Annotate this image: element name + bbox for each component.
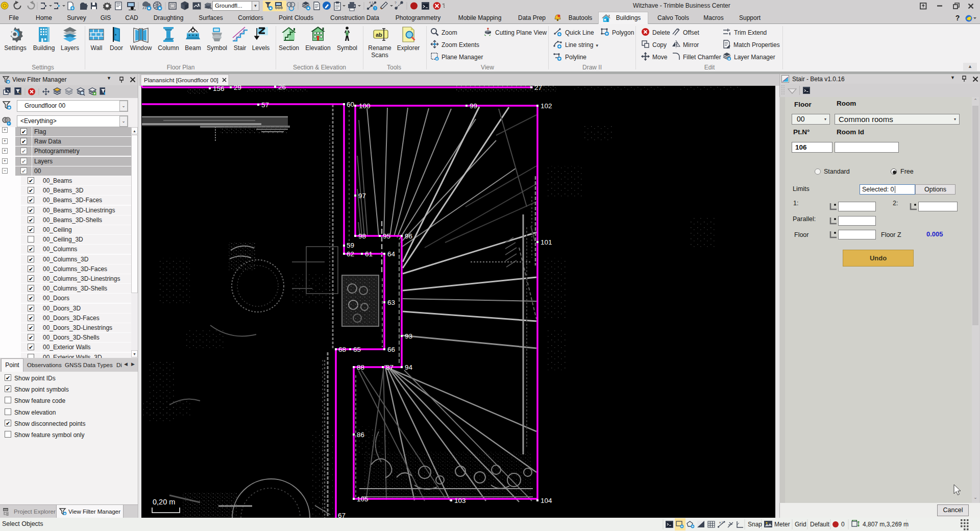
svg-text:Grid: Grid: [795, 521, 806, 528]
svg-text:65: 65: [353, 346, 361, 353]
svg-text:105: 105: [357, 495, 369, 503]
svg-text:95: 95: [383, 232, 390, 240]
svg-text:87: 87: [386, 364, 394, 371]
svg-text:ab: ab: [376, 32, 382, 38]
svg-text:100: 100: [359, 102, 371, 110]
svg-text:67: 67: [338, 512, 346, 518]
svg-text:29: 29: [234, 84, 241, 91]
svg-text:4,807 m,3,269 m: 4,807 m,3,269 m: [863, 521, 909, 528]
svg-text:99: 99: [470, 102, 477, 110]
svg-text:a.1: a.1: [719, 521, 723, 524]
svg-text:Default: Default: [810, 521, 830, 528]
svg-text:Snap: Snap: [748, 521, 762, 528]
svg-text:97: 97: [358, 192, 366, 200]
svg-text:4.1: 4.1: [369, 1, 374, 4]
svg-text:156: 156: [213, 85, 225, 92]
svg-text:102: 102: [541, 102, 552, 110]
svg-text:60: 60: [347, 101, 354, 108]
svg-text:96: 96: [405, 232, 412, 240]
svg-text:Meter: Meter: [774, 521, 790, 528]
svg-text:62: 62: [347, 250, 354, 258]
svg-text:0: 0: [841, 521, 845, 528]
svg-text:66: 66: [387, 346, 395, 353]
svg-text:68: 68: [338, 346, 346, 353]
svg-text:0,20 m: 0,20 m: [153, 498, 175, 506]
svg-text:63: 63: [387, 299, 395, 306]
svg-text:26: 26: [278, 83, 286, 91]
svg-text:94: 94: [405, 364, 413, 371]
svg-text:27: 27: [534, 84, 542, 91]
svg-text:61: 61: [365, 250, 373, 258]
svg-text:57: 57: [261, 101, 269, 109]
svg-text:?: ?: [395, 1, 397, 5]
svg-text:86: 86: [357, 431, 364, 439]
svg-text:93: 93: [405, 332, 412, 340]
svg-text:101: 101: [541, 238, 552, 246]
svg-text:64: 64: [387, 250, 396, 258]
svg-text:103: 103: [454, 497, 466, 504]
svg-text:59: 59: [347, 242, 354, 249]
svg-text:98: 98: [358, 232, 366, 240]
svg-text:Planansicht [Groundfloor 00]: Planansicht [Groundfloor 00]: [144, 77, 218, 83]
svg-text:88: 88: [357, 364, 364, 371]
svg-text:104: 104: [541, 497, 552, 504]
svg-text:?: ?: [374, 7, 376, 10]
